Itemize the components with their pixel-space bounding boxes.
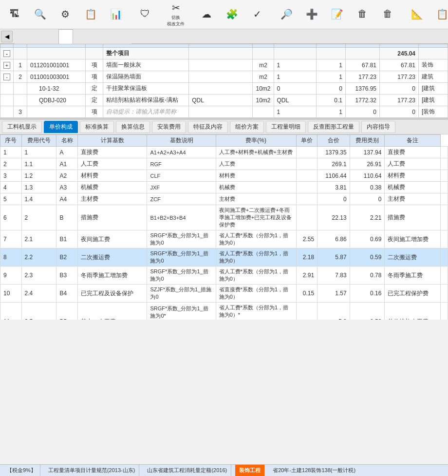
lower-row-rate <box>296 158 317 170</box>
toolbar-btn-fee-query[interactable]: 🔍 <box>28 2 52 27</box>
toolbar-btn-query[interactable]: 🔎 <box>275 2 298 27</box>
upper-table-row[interactable]: - 整个项目 245.04 <box>0 48 448 59</box>
toolbar-btn-cloud-archive[interactable]: ☁ <box>195 2 218 27</box>
lower-row-base-desc: 主材费 <box>216 193 296 205</box>
toolbar: 🏗 🔍 ⚙ 📋 📊 🛡 ✂ 切换 税改文件 ☁ 🧩 ✓ 🔎 <box>0 0 448 29</box>
upper-table-row[interactable]: 10-1-32 定 干挂聚苯保温板 10m2 0 0 1376.95 0 [建筑 <box>0 83 448 95</box>
tab-section-division[interactable] <box>58 29 73 44</box>
toolbar-btn-copy-apply[interactable]: 📋 <box>430 2 448 27</box>
upper-table-row[interactable]: - 2 011001003001 项 保温隔热墙面 m2 1 1 177.23 … <box>0 71 448 83</box>
lower-row-code: B5 <box>56 303 78 320</box>
cloud-archive-icon: ☁ <box>200 7 213 21</box>
row-qty: 0 <box>317 83 346 95</box>
lower-row-base-desc: 夜间施工费+二次搬运费+冬雨季施工增加费+已完工程及设备保护费 <box>216 205 296 230</box>
tab-scroll-left[interactable]: ◀ <box>1 31 13 42</box>
row-unit: 10m2 <box>253 95 274 106</box>
lower-row-note <box>440 147 448 158</box>
upper-table-row[interactable]: + 1 011201001001 项 墙面一般抹灰 m2 1 1 67.81 6… <box>0 59 448 71</box>
expand-cell[interactable] <box>0 95 14 106</box>
upper-table-row[interactable]: QDBJ-020 定 粘结剂粘贴岩棉保温板-满粘 QDL 10m2 QDL 0.… <box>0 95 448 106</box>
lower-tab-install-fee[interactable]: 安装费用 <box>152 121 186 133</box>
expand-cell[interactable]: - <box>0 48 14 59</box>
col-header-name <box>103 44 189 48</box>
tab-fee-summary[interactable] <box>117 29 131 44</box>
toolbar-btn-unit-form[interactable]: 📋 <box>79 2 102 27</box>
lower-row-base: SRGF*系数_分部为1_措施为0 <box>147 267 216 285</box>
lower-area: 工料机显示单价构成标准换算换算信息安装费用特征及内容组价方案工程量明细反查图形工… <box>0 120 448 320</box>
toolbar-btn-insert[interactable]: ➕ <box>300 2 323 27</box>
lower-row-idx: 5 <box>0 193 22 205</box>
lower-table-row[interactable]: 8 2.2 B2 二次搬运费 SRGF*系数_分部为1_措施为0 省人工费*系数… <box>0 248 448 267</box>
lower-table-row[interactable]: 9 2.3 B3 冬雨季施工增加费 SRGF*系数_分部为1_措施为0 省人工费… <box>0 267 448 285</box>
row-type <box>86 48 103 59</box>
tab-fee-setting[interactable] <box>44 29 58 44</box>
lower-row-base: RGF <box>147 158 216 170</box>
lower-row-category: 材料费 <box>385 170 440 182</box>
lower-table-row[interactable]: 7 2.1 B1 夜间施工费 SRGF*系数_分部为1_措施为0 省人工费*系数… <box>0 230 448 248</box>
row-code: 011201001001 <box>27 59 86 71</box>
toolbar-btn-clear-horizontal[interactable]: 📊 <box>104 2 128 27</box>
expand-cell[interactable] <box>0 83 14 95</box>
lower-row-rate: 2.55 <box>296 230 317 248</box>
lower-row-note <box>440 205 448 230</box>
lower-row-total: 0.53 <box>350 303 385 320</box>
lower-row-category: 总价措施人工费 <box>385 303 440 320</box>
lower-tab-unit-composition[interactable]: 单价构成 <box>44 121 78 133</box>
tab-cost-analysis[interactable] <box>15 29 29 44</box>
project-target-icon: 🏗 <box>8 7 21 21</box>
lower-tab-labor-machine[interactable]: 工料机显示 <box>2 121 42 133</box>
toolbar-btn-delete[interactable]: 🗑 <box>351 2 374 27</box>
toolbar-btn-batch-delete[interactable]: 🗑 <box>376 2 399 27</box>
expand-icon[interactable]: + <box>3 62 10 69</box>
lower-tab-standard-calc[interactable]: 标准换算 <box>80 121 114 133</box>
row-price: 177.23 <box>346 71 380 83</box>
toolbar-btn-cloud-check[interactable]: ✓ <box>245 2 269 27</box>
toolbar-btn-smart-group[interactable]: 🧩 <box>220 2 243 27</box>
upper-table-row[interactable]: 3 项 自动提示：请输入清单简称 1 1 0 0 [装饰 <box>0 106 448 118</box>
toolbar-btn-supplement[interactable]: 📝 <box>325 2 349 27</box>
lower-tab-group-scheme[interactable]: 组价方案 <box>230 121 264 133</box>
lower-row-base: B1+B2+B3+B4 <box>147 205 216 230</box>
lower-table-row[interactable]: 3 1.2 A2 材料费 CLF 材料费 1106.44 110.64 材料费 <box>0 170 448 182</box>
toolbar-btn-unified-adjust[interactable]: ⚙ <box>54 2 77 27</box>
expand-cell[interactable]: + <box>0 59 14 71</box>
lower-tab-calc-info[interactable]: 换算信息 <box>116 121 150 133</box>
lower-table-row[interactable]: 11 2.5 B5 其中：人工费 SRGF*系数_分部为1_措施为0*(0.02… <box>0 303 448 320</box>
lower-tabs: 工料机显示单价构成标准换算换算信息安装费用特征及内容组价方案工程量明细反查图形工… <box>0 120 448 134</box>
lower-row-total: 2.21 <box>350 205 385 230</box>
lower-table-row[interactable]: 4 1.3 A3 机械费 JXF 机械费 3.81 0.38 机械费 <box>0 182 448 193</box>
tab-measure-items[interactable] <box>73 29 88 44</box>
toolbar-btn-project-target[interactable]: 🏗 <box>3 2 26 27</box>
lower-tab-content-guide[interactable]: 内容指导 <box>361 121 395 133</box>
lower-row-price: 3.81 <box>317 182 350 193</box>
expand-icon[interactable]: - <box>3 50 10 57</box>
toolbar-btn-cut[interactable]: ✂ 切换 税改文件 <box>163 2 189 27</box>
row-index <box>14 95 27 106</box>
expand-icon[interactable]: - <box>3 74 10 80</box>
expand-cell[interactable] <box>0 106 14 118</box>
lower-table-row[interactable]: 6 2 B 措施费 B1+B2+B3+B4 夜间施工费+二次搬运费+冬雨季施工增… <box>0 205 448 230</box>
tab-labor-material[interactable] <box>102 29 117 44</box>
lower-tab-reverse-chart[interactable]: 反查图形工程量 <box>308 121 359 133</box>
lower-row-code: A2 <box>56 170 78 182</box>
lower-table-row[interactable]: 10 2.4 B4 已完工程及设备保护 SZJF*系数_分部为1_措施为0 省直… <box>0 285 448 303</box>
lower-row-note <box>440 248 448 267</box>
lower-row-total: 0.38 <box>350 182 385 193</box>
expand-cell[interactable]: - <box>0 71 14 83</box>
lower-tab-qty-breakdown[interactable]: 工程量明细 <box>266 121 306 133</box>
lower-table-row[interactable]: 5 1.4 A4 主材费 ZCF 主材费 0 0 主材费 <box>0 193 448 205</box>
lower-row-price: 1106.44 <box>317 170 350 182</box>
row-expr: 0 <box>274 83 317 95</box>
toolbar-btn-epidemic[interactable]: 🛡 <box>130 2 161 27</box>
lower-tab-feature-content[interactable]: 特征及内容 <box>188 121 228 133</box>
lower-table-row[interactable]: 2 1.1 A1 人工费 RGF 人工费 269.1 26.91 人工费 <box>0 158 448 170</box>
lower-table-scroll[interactable]: 序号费用代号名称计算基数基数说明费率(%)单价合价费用类别备注 1 1 A 直接… <box>0 134 448 320</box>
tab-other-items[interactable] <box>88 29 102 44</box>
lower-table-row[interactable]: 1 1 A 直接费 A1+A2+A3+A4 人工费+材料费+机械费+主材费 13… <box>0 147 448 158</box>
toolbar-btn-standard-group[interactable]: 📐 <box>405 2 429 27</box>
lower-row-base: SZJF*系数_分部为1_措施为0 <box>147 285 216 303</box>
tab-project-overview[interactable] <box>29 29 44 44</box>
row-code: 011001003001 <box>27 71 86 83</box>
row-type: 定 <box>86 83 103 95</box>
standard-group-icon: 📐 <box>410 7 424 21</box>
